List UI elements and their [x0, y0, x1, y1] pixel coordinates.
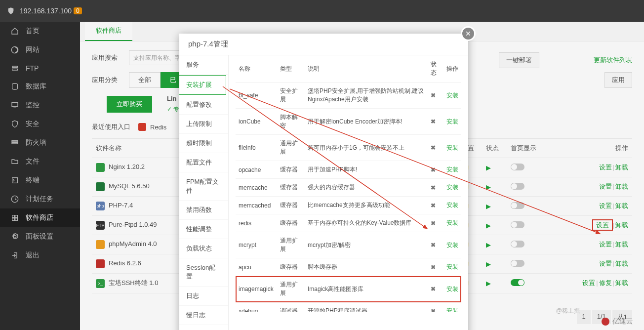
status-x-icon: ✖ [431, 118, 436, 125]
modal-nav-item[interactable]: 配置修改 [179, 95, 228, 115]
modal-nav-item[interactable]: 负载状态 [179, 239, 228, 258]
ext-type: 通用扩展 [277, 276, 305, 302]
modal-nav-item[interactable]: 日志 [179, 287, 228, 306]
ext-row: mcrypt通用扩展mcrypt加密/解密✖安装 [236, 232, 461, 258]
modal-title: php-7.4管理 [179, 34, 468, 55]
ext-desc: mcrypt加密/解密 [305, 232, 428, 258]
ext-desc: 比memcache支持更多高级功能 [305, 197, 428, 214]
install-link[interactable]: 安装 [446, 307, 458, 312]
ext-name: ionCube [236, 109, 277, 135]
ext-row: apcu缓存器脚本缓存器✖安装 [236, 258, 461, 276]
ext-row: imagemagick通用扩展Imagick高性能图形库✖安装 [236, 276, 461, 302]
install-link[interactable]: 安装 [446, 166, 458, 173]
install-link[interactable]: 安装 [446, 144, 458, 151]
modal-nav-item[interactable]: phpinfo [179, 325, 228, 330]
status-x-icon: ✖ [431, 264, 436, 271]
status-x-icon: ✖ [431, 92, 436, 99]
modal-nav-item[interactable]: 性能调整 [179, 220, 228, 239]
ext-name: mcrypt [236, 232, 277, 258]
ext-row: bt_safe安全扩展堡塔PHP安全扩展,用于增强防跨站机制,建议Nginx/A… [236, 82, 461, 109]
status-x-icon: ✖ [431, 184, 436, 191]
modal-nav-item[interactable]: FPM配置文件 [179, 172, 228, 201]
install-link[interactable]: 安装 [446, 118, 458, 125]
ext-name: apcu [236, 258, 277, 276]
extension-table: 名称 类型 说明 状态 操作 bt_safe安全扩展堡塔PHP安全扩展,用于增强… [236, 55, 461, 312]
modal-nav-item[interactable]: 配置文件 [179, 153, 228, 172]
ext-type: 通用扩展 [277, 232, 305, 258]
modal-nav-item[interactable]: 超时限制 [179, 134, 228, 153]
ext-row: opcache缓存器用于加速PHP脚本!✖安装 [236, 161, 461, 179]
ext-type: 缓存器 [277, 258, 305, 276]
php-manage-modal: ✕ php-7.4管理 服务安装扩展配置修改上传限制超时限制配置文件FPM配置文… [179, 34, 468, 330]
modal-nav-item[interactable]: 慢日志 [179, 306, 228, 325]
ext-name: memcache [236, 179, 277, 197]
install-link[interactable]: 安装 [446, 184, 458, 191]
ext-name: xdebug [236, 302, 277, 313]
ext-row: xdebug调试器开源的PHP程序调试器✖安装 [236, 302, 461, 313]
ext-type: 缓存器 [277, 161, 305, 179]
modal-nav-item[interactable]: 安装扩展 [179, 75, 226, 95]
ext-name: bt_safe [236, 82, 277, 109]
ext-desc: 开源的PHP程序调试器 [305, 302, 428, 313]
modal-nav: 服务安装扩展配置修改上传限制超时限制配置文件FPM配置文件禁用函数性能调整负载状… [179, 55, 229, 330]
status-x-icon: ✖ [431, 308, 436, 313]
ext-type: 缓存器 [277, 179, 305, 197]
status-x-icon: ✖ [431, 144, 436, 151]
ext-name: redis [236, 214, 277, 232]
status-x-icon: ✖ [431, 286, 436, 292]
ext-name: memcached [236, 197, 277, 214]
ext-desc: 强大的内容缓存器 [305, 179, 428, 197]
ext-desc: 用于加速PHP脚本! [305, 161, 428, 179]
ext-desc: 若可用内存小于1G，可能会安装不上 [305, 135, 428, 161]
modal-nav-item[interactable]: 上传限制 [179, 115, 228, 134]
modal-nav-item[interactable]: 禁用函数 [179, 201, 228, 220]
ext-desc: 基于内存亦可持久化的Key-Value数据库 [305, 214, 428, 232]
ext-type: 脚本解密 [277, 109, 305, 135]
ext-type: 安全扩展 [277, 82, 305, 109]
modal-nav-item[interactable]: 服务 [179, 55, 228, 75]
install-link[interactable]: 安装 [446, 242, 458, 248]
install-link[interactable]: 安装 [446, 263, 458, 270]
install-link[interactable]: 安装 [446, 92, 458, 99]
install-link[interactable]: 安装 [446, 202, 458, 208]
ext-desc: 堡塔PHP安全扩展,用于增强防跨站机制,建议Nginx/Apache用户安装 [305, 82, 428, 109]
close-icon[interactable]: ✕ [461, 26, 476, 41]
ext-name: imagemagick [236, 276, 277, 302]
ext-desc: 用于解密ionCube Encoder加密脚本! [305, 109, 428, 135]
install-link[interactable]: 安装 [446, 286, 458, 292]
ext-desc: Imagick高性能图形库 [305, 276, 428, 302]
ext-row: memcache缓存器强大的内容缓存器✖安装 [236, 179, 461, 197]
status-x-icon: ✖ [431, 220, 436, 227]
ext-type: 调试器 [277, 302, 305, 313]
ext-row: memcached缓存器比memcache支持更多高级功能✖安装 [236, 197, 461, 214]
ext-row: fileinfo通用扩展若可用内存小于1G，可能会安装不上✖安装 [236, 135, 461, 161]
ext-type: 缓存器 [277, 197, 305, 214]
ext-name: opcache [236, 161, 277, 179]
ext-row: ionCube脚本解密用于解密ionCube Encoder加密脚本!✖安装 [236, 109, 461, 135]
ext-name: fileinfo [236, 135, 277, 161]
status-x-icon: ✖ [431, 166, 436, 173]
modal-nav-item[interactable]: Session配置 [179, 258, 228, 287]
ext-row: redis缓存器基于内存亦可持久化的Key-Value数据库✖安装 [236, 214, 461, 232]
status-x-icon: ✖ [431, 202, 436, 209]
install-link[interactable]: 安装 [446, 219, 458, 226]
ext-type: 通用扩展 [277, 135, 305, 161]
ext-type: 缓存器 [277, 214, 305, 232]
ext-desc: 脚本缓存器 [305, 258, 428, 276]
status-x-icon: ✖ [431, 242, 436, 248]
